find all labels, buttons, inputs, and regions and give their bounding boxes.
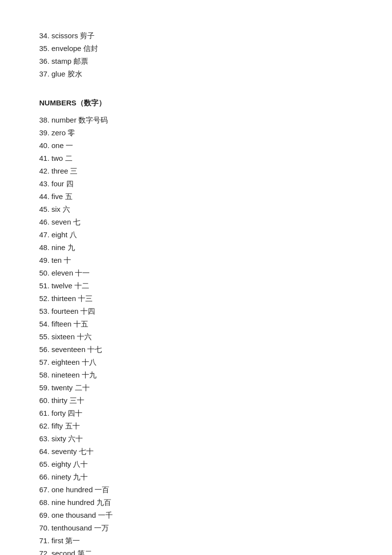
list-item: 60. thirty 三十 — [39, 394, 353, 407]
list-item: 57. eighteen 十八 — [39, 356, 353, 369]
list-item: 43. four 四 — [39, 177, 353, 190]
list-item: 71. first 第一 — [39, 534, 353, 547]
list-item: 41. two 二 — [39, 152, 353, 165]
list-item: 37. glue 胶水 — [39, 68, 353, 80]
list-item: 48. nine 九 — [39, 241, 353, 254]
list-item: 63. sixty 六十 — [39, 432, 353, 445]
list-item: 62. fifty 五十 — [39, 420, 353, 432]
list-item: 58. nineteen 十九 — [39, 369, 353, 381]
list-item: 52. thirteen 十三 — [39, 292, 353, 305]
list-item: 49. ten 十 — [39, 254, 353, 267]
list-item: 40. one 一 — [39, 139, 353, 152]
list-item: 51. twelve 十二 — [39, 279, 353, 292]
list-item: 66. ninety 九十 — [39, 471, 353, 483]
list-item: 36. stamp 邮票 — [39, 55, 353, 68]
list-item: 61. forty 四十 — [39, 407, 353, 420]
list-item: 70. tenthousand 一万 — [39, 522, 353, 534]
list-item: 55. sixteen 十六 — [39, 330, 353, 343]
list-item: 65. eighty 八十 — [39, 458, 353, 471]
list-item: 69. one thousand 一千 — [39, 509, 353, 522]
list-item: 38. number 数字号码 — [39, 114, 353, 126]
list-item: 68. nine hundred 九百 — [39, 496, 353, 509]
list-item: 59. twenty 二十 — [39, 381, 353, 394]
list-item: 34. scissors 剪子 — [39, 29, 353, 42]
list-item: 54. fifteen 十五 — [39, 318, 353, 330]
list-item: 50. eleven 十一 — [39, 267, 353, 279]
list-item: 67. one hundred 一百 — [39, 483, 353, 496]
list-item: 64. seventy 七十 — [39, 445, 353, 458]
list-item: 47. eight 八 — [39, 228, 353, 241]
list-item: 46. seven 七 — [39, 216, 353, 228]
list-item: 56. seventeen 十七 — [39, 343, 353, 356]
list-item: 45. six 六 — [39, 203, 353, 216]
list-item: 72. second 第二 — [39, 547, 353, 555]
list-item: 53. fourteen 十四 — [39, 305, 353, 318]
list-item: 42. three 三 — [39, 165, 353, 177]
section-header: NUMBERS（数字） — [39, 97, 353, 109]
list-item: 44. five 五 — [39, 190, 353, 203]
list-item: 39. zero 零 — [39, 126, 353, 139]
list-item: 35. envelope 信封 — [39, 42, 353, 55]
